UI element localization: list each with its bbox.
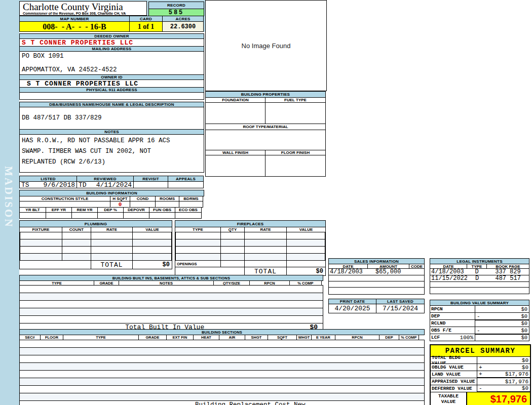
built-ins-empty-row: [19, 300, 323, 308]
grade-header: GRADE: [138, 335, 167, 340]
empty-cell: [220, 254, 245, 260]
notes-line1: HAS R.O.W., RD NOT PASSABLE APPR 16 ACS: [22, 136, 204, 146]
floor-finish-value: [265, 155, 326, 177]
empty-cell: [244, 239, 286, 246]
building-sections-empty-row: [19, 385, 425, 393]
parcel-value: +$0: [477, 364, 530, 371]
building-value-summary: BUILDING VALUE SUMMARY RPCN $0 DEP -$0 R…: [430, 300, 529, 341]
plumbing-total-value: $0: [132, 260, 172, 269]
fixture-header: FIXTURE: [19, 227, 62, 232]
plumbing-empty-row: [19, 239, 172, 247]
sec-header: SEC#: [19, 335, 41, 340]
comp-header: % COMP: [399, 335, 419, 340]
listed-value: TS9/6/2018: [19, 181, 77, 188]
empty-cell: [175, 232, 221, 239]
dba-box: DB 487/517 DB 337/829: [19, 107, 204, 130]
empty-cell: [20, 232, 62, 239]
heat-header: HEAT: [193, 335, 219, 340]
built-ins-empty-row: [19, 285, 323, 293]
fireplaces-empty-row: [175, 246, 326, 254]
rpcn-header: RPCN: [335, 335, 379, 340]
value-header: VALUE: [132, 227, 172, 232]
record-label: RECORD: [148, 2, 204, 9]
empty-cell: [220, 232, 245, 239]
depovr-value: [123, 212, 149, 219]
building-properties: BUILDING PROPERTIES FOUNDATION FUEL TYPE…: [205, 91, 326, 177]
listed-date: 9/6/2018: [44, 181, 75, 189]
fireplaces-title: FIREPLACES: [175, 220, 326, 227]
grade-header: GRADE: [94, 280, 119, 286]
empty-cell: [132, 254, 172, 260]
floor-header: FLOOR: [40, 335, 63, 340]
no-image-text: No Image Found: [242, 42, 291, 50]
empty-cell: [286, 254, 325, 260]
whgt-header: WHGT: [296, 335, 312, 340]
roof-value: [205, 130, 326, 150]
fireplaces-empty-row: [175, 232, 326, 239]
map-number-value: 008- - A- - - 16-B: [19, 21, 130, 32]
bvs-label: OBS F/E: [430, 327, 475, 334]
empty-cell: [286, 247, 325, 253]
type-header: TYPE: [175, 227, 221, 232]
sale-date: 4/18/2003: [328, 268, 367, 275]
legal-date: 11/15/2022: [430, 275, 467, 282]
wall-finish-value: [205, 155, 265, 177]
legal-row: 11/15/2022 D 487 517: [430, 275, 529, 282]
notes-line2: SWAMP. TIMBER WAS CUT IN 2002, NOT: [22, 146, 204, 157]
bvs-op: -: [477, 328, 480, 334]
physical-address-value: [19, 92, 204, 100]
building-sections-empty-row: [19, 393, 425, 401]
empty-cell: [220, 239, 245, 246]
plumbing-table: PLUMBING FIXTURE COUNT RATE VALUE TOTAL …: [19, 220, 172, 269]
owner-id-value: S T CONNER PROPERTIES LLC: [19, 79, 204, 88]
comp-header: % COMP: [289, 280, 322, 286]
map-value-row: 008- - A- - - 16-B 1 of 1 22.6300: [19, 21, 204, 32]
appeals-value: [168, 181, 204, 188]
bvs-lcf-pct: 100%: [460, 335, 473, 341]
parcel-amount: $17,976: [505, 371, 528, 377]
empty-cell: [20, 247, 62, 253]
legal-type: D: [467, 268, 487, 275]
bvs-amount: $0: [521, 313, 527, 319]
sale-amount: $65,000: [367, 268, 409, 275]
fuel-type-value: [265, 102, 326, 124]
print-date-value: 4/20/2025: [328, 304, 376, 313]
parcel-label: DEFERRED VALUE: [431, 385, 477, 392]
title-block: Charlotte County Virginia Commissioner o…: [19, 1, 147, 16]
value-header: VALUE: [286, 227, 326, 232]
sale-code: [409, 268, 425, 275]
built-ins-empty-row: [19, 315, 323, 323]
acres-value: 22.6300: [162, 21, 204, 32]
plumbing-total-spacer: [19, 260, 91, 269]
revisit-value: [133, 181, 168, 188]
eyear-header: E YEAR: [311, 335, 335, 340]
building-sections-table: BUILDING SECTIONS SEC# FLOOR TYPE GRADE …: [19, 329, 425, 405]
empty-cell: [132, 239, 172, 246]
bvs-value: $0: [475, 305, 529, 313]
notes-box: HAS R.O.W., RD NOT PASSABLE APPR 16 ACS …: [19, 134, 204, 173]
bvs-value: -$0: [475, 327, 529, 334]
empty-cell: [20, 254, 62, 260]
plumbing-title: PLUMBING: [19, 220, 172, 227]
sqft-header: SQFT: [268, 335, 297, 340]
parcel-label: LAND VALUE: [431, 371, 477, 378]
empty-cell: [62, 232, 91, 239]
building-sections-empty-row: [19, 378, 425, 386]
fireplaces-empty-row: [175, 253, 326, 261]
notes-header: NOTES: [119, 280, 214, 286]
page-title: Charlotte County Virginia: [23, 2, 146, 12]
mailing-address-box: PO BOX 1091 APPOMATTOX, VA 24522-4522: [19, 51, 204, 75]
parcel-summary: PARCEL SUMMARY TOTAL BLDG VALUE $0 OBLDG…: [430, 344, 531, 405]
parcel-amount: $0: [522, 364, 528, 371]
empty-cell: [62, 239, 91, 246]
empty-cell: [244, 247, 286, 253]
parcel-amount: $0: [522, 385, 528, 391]
dep-header: DEP: [379, 335, 399, 340]
parcel-label: TOTAL BLDG VALUE: [431, 357, 477, 364]
dba-value: DB 487/517 DB 337/829: [22, 114, 204, 122]
reviewed-value: TD4/11/2024: [77, 181, 134, 188]
dep-value: [97, 212, 124, 219]
bvs-label: LCF100%: [430, 334, 475, 341]
bvs-value: $0: [475, 319, 529, 327]
bvs-value: -$0: [475, 312, 529, 320]
